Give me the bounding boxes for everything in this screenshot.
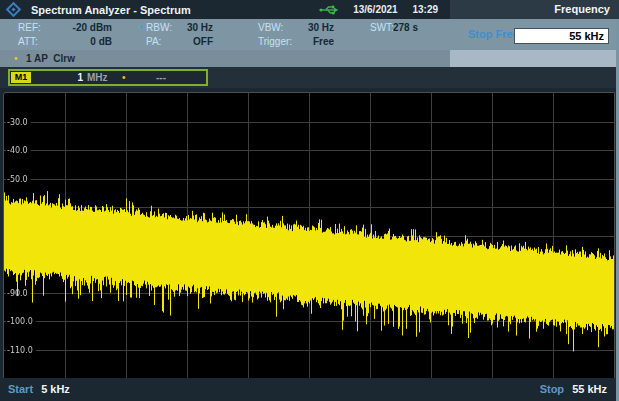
marker-m1-badge: M1 [11,72,31,83]
marker-m1-trace-dot: • [122,71,126,84]
start-frequency-value: 5 kHz [41,383,70,395]
ref-value[interactable]: -20 dBm [50,22,112,33]
rbw-coupled-dot: • [139,22,142,32]
swt-label: SWT: [370,22,394,33]
trace-info-row[interactable]: • 1 AP Clrw [0,50,450,67]
swt-value[interactable]: 278 s [392,22,418,33]
time: 13:29 [412,4,438,15]
vbw-value[interactable]: 30 Hz [292,22,334,33]
marker-m1-level: --- [156,71,166,84]
marker-m1-frequency: 1 [60,71,83,84]
stop-freq-input[interactable]: 55 kHz [514,28,609,44]
stop-frequency-value: 55 kHz [572,383,607,395]
datetime: 13/6/2021 13:29 [353,4,438,15]
spectrum-trace-canvas[interactable] [4,93,614,378]
rbw-value[interactable]: 30 Hz [178,22,213,33]
rohde-schwarz-logo-icon [6,2,22,18]
start-frequency-label: Start [8,383,33,395]
att-label: ATT: [18,36,38,47]
stop-freq-label: Stop Freq [468,28,519,40]
spectrum-display[interactable] [3,92,615,379]
menu-panel-separator [450,50,619,67]
title-bar: Spectrum Analyzer - Spectrum 13/6/2021 1… [0,0,450,19]
rbw-label: RBW: [146,22,172,33]
marker-bar: M1 1 MHz • --- [0,67,619,88]
pa-value[interactable]: OFF [178,36,213,47]
settings-bar: REF: -20 dBm • RBW: 30 Hz VBW: 30 Hz SWT… [0,19,450,50]
window-title: Spectrum Analyzer - Spectrum [31,4,191,16]
date: 13/6/2021 [353,4,398,15]
trace-active-dot: • [14,53,18,64]
stop-frequency: Stop 55 kHz [540,383,607,395]
att-value[interactable]: 0 dB [50,36,112,47]
frequency-axis-bar: Start 5 kHz Stop 55 kHz [0,378,619,401]
menu-panel-header: Frequency [450,0,619,19]
trace-label: 1 AP Clrw [26,53,75,64]
usb-icon [319,4,339,16]
trigger-value[interactable]: Free [292,36,334,47]
frequency-menu-panel: Stop Freq 55 kHz [450,19,619,50]
trigger-label: Trigger: [258,36,292,47]
vbw-label: VBW: [258,22,283,33]
stop-frequency-label: Stop [540,383,564,395]
start-frequency: Start 5 kHz [8,383,70,395]
pa-label: PA: [146,36,161,47]
ref-label: REF: [18,22,41,33]
marker-m1-unit: MHz [87,71,108,84]
marker-m1-box[interactable]: M1 1 MHz • --- [8,69,208,86]
